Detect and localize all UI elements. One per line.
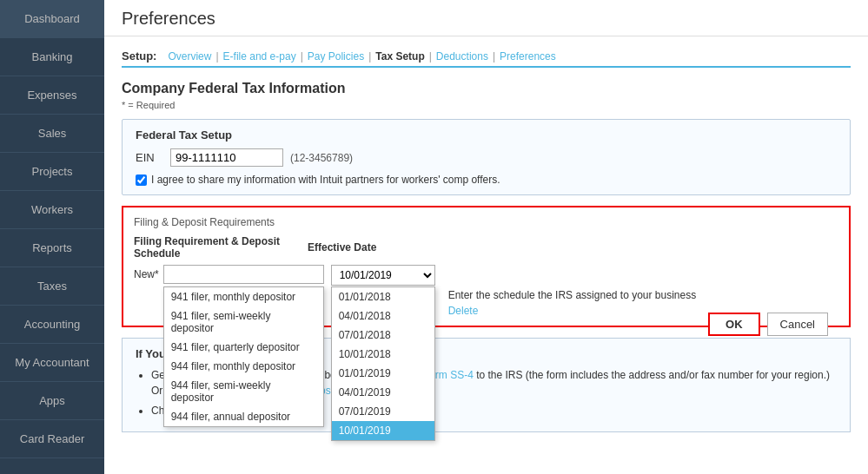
- dd-date-07012019[interactable]: 07/01/2019: [332, 402, 434, 421]
- dd-item-941-semiweekly[interactable]: 941 filer, semi-weekly depositor: [164, 306, 323, 338]
- required-note: * = Required: [122, 100, 851, 110]
- setup-nav: Setup: Overview | E-file and e-pay | Pay…: [122, 49, 851, 68]
- federal-tax-setup-box: Federal Tax Setup EIN (12-3456789) I agr…: [122, 119, 851, 195]
- dd-date-01012019[interactable]: 01/01/2019: [332, 364, 434, 383]
- delete-link[interactable]: Delete: [448, 305, 697, 317]
- dd-item-941-quarterly[interactable]: 941 filer, quarterly depositor: [164, 338, 323, 357]
- filing-row: New* 941 filer, monthly depositor 941 fi…: [134, 265, 838, 317]
- setup-label: Setup:: [122, 49, 156, 63]
- tab-deductions[interactable]: Deductions: [436, 50, 488, 63]
- tab-tax-setup[interactable]: Tax Setup: [375, 50, 424, 63]
- ein-input[interactable]: [170, 148, 283, 167]
- tab-preferences[interactable]: Preferences: [500, 50, 556, 63]
- ein-row: EIN (12-3456789): [136, 148, 837, 167]
- filing-header: Filing Requirement & Deposit Schedule Ef…: [134, 235, 838, 260]
- dd-date-10012018[interactable]: 10/01/2018: [332, 345, 434, 364]
- page-title: Preferences: [104, 0, 868, 36]
- hint-text: Enter the schedule the IRS assigned to y…: [448, 289, 697, 301]
- cancel-button[interactable]: Cancel: [767, 313, 828, 336]
- date-select[interactable]: 10/01/2019: [331, 265, 435, 286]
- intuit-checkbox[interactable]: [136, 174, 147, 186]
- date-dropdown-wrapper: 10/01/2019 01/01/2018 04/01/2018 07/01/2…: [331, 265, 435, 286]
- dd-date-10012019[interactable]: 10/01/2019: [332, 421, 434, 440]
- sidebar-item-dashboard[interactable]: Dashboard: [0, 0, 104, 38]
- filing-box-title: Filing & Deposit Requirements: [134, 216, 838, 228]
- section-title: Company Federal Tax Information: [122, 81, 851, 96]
- main-content: Preferences Setup: Overview | E-file and…: [104, 0, 868, 474]
- sidebar: Dashboard Banking Expenses Sales Project…: [0, 0, 104, 474]
- date-dropdown-list: 01/01/2018 04/01/2018 07/01/2018 10/01/2…: [331, 286, 435, 441]
- dd-date-04012019[interactable]: 04/01/2019: [332, 383, 434, 402]
- ok-button[interactable]: OK: [708, 313, 760, 336]
- federal-tax-setup-title: Federal Tax Setup: [136, 128, 837, 142]
- schedule-dropdown-list: 941 filer, monthly depositor 941 filer, …: [163, 286, 324, 427]
- sidebar-item-projects[interactable]: Projects: [0, 153, 104, 191]
- dd-date-04012018[interactable]: 04/01/2018: [332, 306, 434, 326]
- sidebar-item-sales[interactable]: Sales: [0, 115, 104, 153]
- sidebar-item-taxes[interactable]: Taxes: [0, 267, 104, 306]
- filing-right-hints: Enter the schedule the IRS assigned to y…: [448, 289, 697, 317]
- filing-deposit-box: Filing & Deposit Requirements Filing Req…: [122, 206, 851, 327]
- content-area: Setup: Overview | E-file and e-pay | Pay…: [104, 36, 868, 474]
- ein-label: EIN: [136, 151, 170, 164]
- new-label: New*: [134, 268, 159, 280]
- dd-item-944-semiweekly[interactable]: 944 filer, semi-weekly depositor: [164, 376, 323, 407]
- sidebar-item-expenses[interactable]: Expenses: [0, 76, 104, 115]
- ok-cancel-row: OK Cancel: [708, 313, 828, 336]
- col-header-date: Effective Date: [308, 241, 421, 253]
- dd-item-944-monthly[interactable]: 944 filer, monthly depositor: [164, 357, 323, 376]
- schedule-select[interactable]: 941 filer, monthly depositor 941 filer, …: [163, 265, 324, 284]
- dd-date-07012018[interactable]: 07/01/2018: [332, 326, 434, 345]
- dd-item-944-annual[interactable]: 944 filer, annual depositor: [164, 407, 323, 426]
- checkbox-row: I agree to share my information with Int…: [136, 174, 837, 186]
- sidebar-item-card-reader[interactable]: Card Reader: [0, 420, 104, 458]
- tab-efile-epay[interactable]: E-file and e-pay: [223, 50, 296, 63]
- sidebar-item-reports[interactable]: Reports: [0, 229, 104, 267]
- sidebar-item-my-accountant[interactable]: My Accountant: [0, 344, 104, 382]
- sidebar-item-workers[interactable]: Workers: [0, 191, 104, 229]
- dd-date-01012018[interactable]: 01/01/2018: [332, 287, 434, 306]
- dd-item-941-monthly[interactable]: 941 filer, monthly depositor: [164, 287, 323, 306]
- sidebar-item-banking[interactable]: Banking: [0, 38, 104, 76]
- col-header-schedule: Filing Requirement & Deposit Schedule: [134, 235, 308, 260]
- schedule-dropdown-wrapper: 941 filer, monthly depositor 941 filer, …: [163, 265, 324, 296]
- sidebar-item-apps[interactable]: Apps: [0, 382, 104, 420]
- ein-hint: (12-3456789): [290, 152, 353, 164]
- sidebar-item-accounting[interactable]: Accounting: [0, 306, 104, 344]
- tab-pay-policies[interactable]: Pay Policies: [308, 50, 364, 63]
- tab-overview[interactable]: Overview: [168, 50, 211, 63]
- checkbox-label: I agree to share my information with Int…: [151, 174, 500, 186]
